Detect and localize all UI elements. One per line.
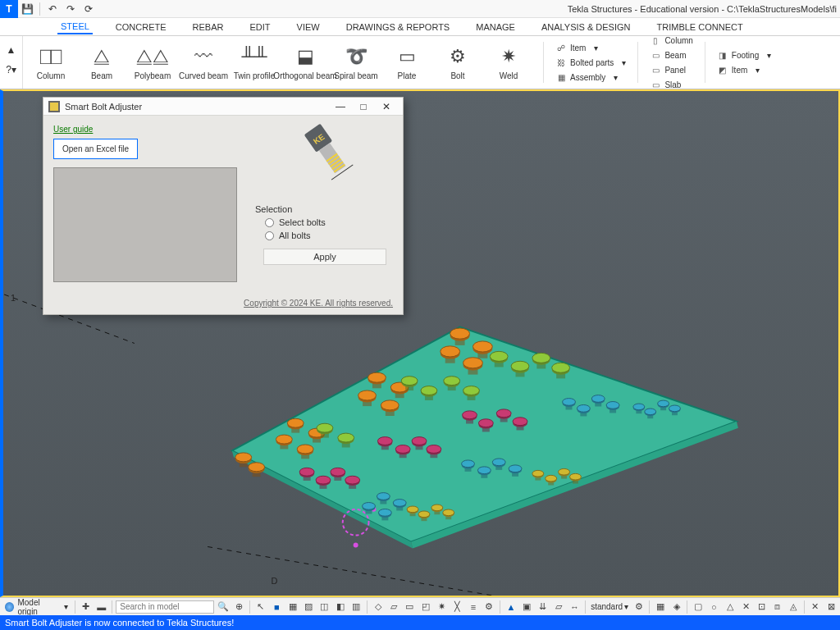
snap-near-icon[interactable]: ✕ [808,600,822,614]
ribbon-assembly-button[interactable]: ▦Assembly▾ [555,71,626,84]
select-components-icon[interactable]: ▦ [285,600,299,614]
snap-settings-icon[interactable]: ⚙ [632,600,646,614]
snap-mid-icon[interactable]: △ [723,600,737,614]
radio-select-bolts[interactable]: Select bolts [255,217,386,227]
ribbon-footing-button[interactable]: ◨Footing▾ [717,48,771,62]
svg-point-122 [492,459,505,466]
search-options-icon[interactable]: ⊕ [232,600,246,614]
divider [543,42,544,83]
tab-concrete[interactable]: CONCRETE [112,21,170,34]
svg-point-161 [393,500,406,507]
dialog-titlebar[interactable]: Smart Bolt Adjuster — □ ✕ [43,98,403,116]
bolt[interactable] [249,463,265,477]
user-guide-link[interactable]: User guide [53,125,93,134]
svg-point-173 [418,511,430,518]
tab-view[interactable]: VIEW [294,21,323,34]
ribbon-twin-profile-button[interactable]: ╨╨Twin profile [231,45,277,80]
selection-point [354,543,358,548]
arrow-cursor-icon[interactable]: ▲ [6,44,17,56]
tab-rebar[interactable]: REBAR [189,21,227,34]
side-handle: ▲ ?▾ [0,36,23,89]
model-origin-dropdown[interactable]: Model origin ▾ [2,598,71,616]
ribbon-bolted-parts-button[interactable]: ⛓Bolted parts▾ [555,56,626,69]
window-titlebar: T 💾 ↶ ↷ ⟳ Tekla Structures - Educational… [0,0,840,18]
ribbon-weld-button[interactable]: ✷Weld [486,45,532,80]
select-parts-icon[interactable]: ◧ [333,600,347,614]
tab-edit[interactable]: EDIT [247,21,274,34]
file-list[interactable] [53,167,237,282]
close-icon[interactable]: ✕ [375,101,398,112]
svg-point-119 [477,467,491,474]
snap-perp-icon[interactable]: ⊡ [755,600,769,614]
snap-grid-icon[interactable]: ▦ [653,600,667,614]
select-distances-icon[interactable]: ↔ [568,600,582,614]
snap-ortho-icon[interactable]: ◈ [669,600,683,614]
svg-point-80 [658,400,669,407]
line-mode-icon[interactable]: ▬ [94,600,108,614]
tab-trimble-connect[interactable]: TRIMBLE CONNECT [654,21,746,34]
ribbon-polybeam-button[interactable]: ⧋⧋Polybeam [130,45,176,80]
select-grids-icon[interactable]: ▱ [386,600,400,614]
snap-any-icon[interactable]: ◬ [787,600,801,614]
tab-drawings-reports[interactable]: DRAWINGS & REPORTS [343,21,454,34]
ribbon-curved-beam-button[interactable]: 〰Curved beam [180,45,226,80]
snap-end-icon[interactable]: ○ [707,600,721,614]
minimize-icon[interactable]: — [329,101,352,112]
select-tasks-icon[interactable]: ▲ [504,600,518,614]
ribbon-beam-button[interactable]: ⧋Beam [79,45,125,80]
snap-ext-icon[interactable]: ⊠ [824,600,838,614]
select-bolts-icon[interactable]: ⚙ [482,600,496,614]
radio-label: All bolts [279,231,311,240]
svg-point-128 [532,470,544,477]
save-icon[interactable]: 💾 [18,0,36,18]
select-loads-icon[interactable]: ⇊ [536,600,550,614]
tab-analysis-design[interactable]: ANALYSIS & DESIGN [538,21,634,34]
snap-intersect-icon[interactable]: ✕ [738,600,752,614]
ribbon-panel-button[interactable]: ▭Panel [650,63,692,76]
tab-manage[interactable]: MANAGE [472,21,518,34]
select-objects-icon[interactable]: ◫ [317,600,331,614]
ribbon-bolt-button[interactable]: ⚙Bolt [435,45,481,80]
tab-steel[interactable]: STEEL [57,20,93,34]
undo-icon[interactable]: ↶ [43,0,62,18]
select-toggle-icon[interactable]: ■ [270,600,284,614]
history-icon[interactable]: ⟳ [80,0,98,18]
orthogonal-beam-icon: ⬓ [297,45,314,68]
ribbon-item-button[interactable]: ☍Item▾ [555,41,626,54]
redo-icon[interactable]: ↷ [62,0,80,18]
ribbon-orthogonal-beam-button[interactable]: ⬓Orthogonal beam [282,45,328,80]
select-views-icon[interactable]: ◰ [418,600,432,614]
svg-point-74 [633,404,645,410]
radio-all-bolts[interactable]: All bolts [255,231,386,240]
select-cursor-icon[interactable]: ↖ [253,600,267,614]
open-excel-button[interactable]: Open an Excel file [53,139,138,159]
select-gridlines-icon[interactable]: ▭ [403,600,417,614]
ribbon-spiral-beam-button[interactable]: ➰Spiral beam [333,45,379,80]
maximize-icon[interactable]: □ [352,101,375,112]
snap-point-icon[interactable]: ▢ [691,600,705,614]
select-surfaces-icon[interactable]: ▥ [349,600,363,614]
select-planes-icon[interactable]: ▱ [551,600,565,614]
snap-line-icon[interactable]: ⧈ [770,600,784,614]
ribbon-plate-button[interactable]: ▭Plate [384,45,430,80]
point-mode-icon[interactable]: ✚ [79,600,93,614]
smart-bolt-adjuster-dialog[interactable]: Smart Bolt Adjuster — □ ✕ User guide Ope… [43,97,404,315]
snap-settings-dropdown[interactable]: standard ▾ [589,602,630,611]
select-refmodels-icon[interactable]: ▣ [520,600,534,614]
ribbon-beam-button[interactable]: ▭Beam [650,48,692,62]
ribbon-column-button[interactable]: ⎕⎕Column [28,45,74,80]
select-cuts-icon[interactable]: ╳ [450,600,464,614]
select-welds-icon[interactable]: ✷ [435,600,449,614]
search-input[interactable]: Search in model [116,600,214,614]
select-points-icon[interactable]: ◇ [371,600,385,614]
ribbon-slab-button[interactable]: ▭Slab [650,78,692,89]
steel-plate[interactable] [232,327,737,542]
select-assemblies-icon[interactable]: ▨ [301,600,315,614]
bolt-icon: ⚙ [450,45,466,68]
properties-icon[interactable]: ?▾ [6,64,17,75]
select-rebar-icon[interactable]: ≡ [466,600,480,614]
ribbon-column-button[interactable]: ▯Column [650,36,692,47]
search-icon[interactable]: 🔍 [216,600,230,614]
apply-button[interactable]: Apply [263,249,386,265]
ribbon-item-button[interactable]: ◩Item▾ [717,63,771,76]
